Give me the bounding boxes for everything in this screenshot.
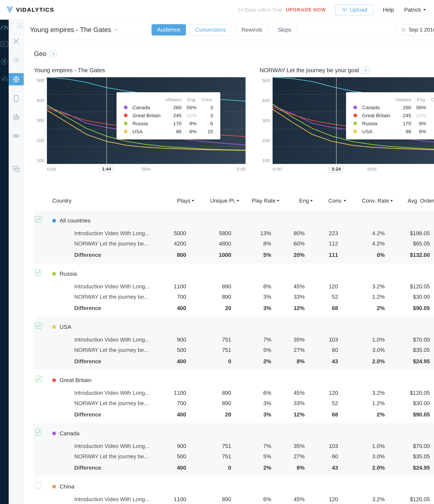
- table-cell: $70.00: [393, 443, 434, 449]
- upload-button[interactable]: Upload: [335, 5, 374, 15]
- table-cell: $70.00: [393, 337, 434, 343]
- page-close-chip[interactable]: ✕: [50, 51, 56, 57]
- tab-conversions-label: Conversions: [195, 27, 226, 33]
- col-unique[interactable]: Unique Pl.: [194, 198, 239, 204]
- row-label: Introduction Video With Long...: [52, 337, 156, 343]
- row-label: NORWAY Let the journey be...: [52, 241, 156, 247]
- tab-skips[interactable]: Skips: [272, 24, 297, 36]
- tab-rewinds[interactable]: Rewinds: [236, 24, 268, 36]
- svg-point-9: [14, 115, 19, 120]
- table-header-row: Country Plays Unique Pl. Play Rate Eng C…: [34, 193, 434, 210]
- playhead-cursor[interactable]: [336, 77, 337, 164]
- chart-area[interactable]: 500400300200100ViewersEng.Conv.Canada260…: [259, 77, 434, 164]
- page-body: Geo ✕ Young empires - The Gates500400300…: [24, 40, 434, 504]
- row-checkbox[interactable]: [35, 269, 42, 276]
- row-checkbox[interactable]: [35, 323, 42, 329]
- row-checkbox[interactable]: [35, 216, 42, 223]
- row-checkbox-cell: [34, 216, 52, 223]
- nav-videos-icon[interactable]: [0, 41, 8, 47]
- country-dot-icon: [52, 378, 56, 382]
- row-checkbox[interactable]: [35, 429, 42, 435]
- table-cell: 890: [194, 390, 239, 396]
- table-row: NORWAY Let the journey be...420048008%60…: [34, 238, 434, 249]
- table-cell: 3%: [239, 305, 279, 311]
- y-tick: 400: [262, 98, 270, 103]
- playhead-cursor[interactable]: [107, 77, 107, 164]
- col-country[interactable]: Country: [52, 198, 156, 204]
- nav-rail-primary: $: [0, 20, 9, 504]
- row-label: Introduction Video With Long...: [52, 230, 156, 236]
- sub-nav-compare-icon[interactable]: [11, 36, 22, 47]
- table-cell: 2%: [346, 411, 393, 418]
- nav-dashboard-icon[interactable]: [0, 24, 9, 30]
- collapse-rail-button[interactable]: [17, 23, 22, 28]
- table-row: NORWAY Let the journey be...5007515%27%6…: [34, 451, 434, 462]
- col-avgorder[interactable]: Avg. Order: [393, 198, 434, 204]
- sub-nav-geo-icon[interactable]: [9, 73, 24, 85]
- table-cell: 4.2%: [346, 241, 393, 247]
- table-cell: 80%: [279, 230, 313, 236]
- table-cell: 1.2%: [346, 294, 393, 300]
- y-tick: 300: [36, 118, 44, 123]
- table-cell: 45%: [279, 496, 313, 503]
- sub-nav-views-icon[interactable]: [11, 130, 22, 141]
- col-eng[interactable]: Eng: [279, 198, 313, 204]
- table-cell: $30.00: [393, 400, 434, 406]
- row-checkbox-cell: [34, 429, 52, 435]
- table-cell: 2.0%: [346, 465, 393, 471]
- table-row: NORWAY Let the journey be...5007515%27%6…: [34, 345, 434, 355]
- table-cell: 900: [156, 337, 194, 343]
- row-checkbox[interactable]: [35, 482, 42, 488]
- country-dot-icon: [52, 485, 56, 488]
- table-cell: 112: [313, 241, 346, 247]
- table-cell: 400: [156, 411, 194, 418]
- chart-area[interactable]: 500400300200100ViewersEng.Conv.Canada260…: [34, 77, 246, 164]
- col-conv[interactable]: Conv.: [313, 198, 346, 204]
- svg-point-17: [404, 30, 405, 31]
- nav-cloud-icon[interactable]: [0, 76, 9, 82]
- table-cell: 3.0%: [346, 347, 393, 353]
- charts-row: Young empires - The Gates500400300200100…: [34, 67, 434, 177]
- table-cell: 6%: [239, 496, 279, 503]
- table-cell: 6%: [239, 283, 279, 290]
- country-name: Russia: [60, 270, 77, 277]
- table-cell: 60: [313, 347, 346, 353]
- help-link[interactable]: Help: [383, 7, 394, 13]
- table-cell: 103: [313, 443, 346, 449]
- table-cell: 7%: [239, 443, 279, 449]
- table-cell: 35%: [279, 337, 313, 343]
- nav-monetize-icon[interactable]: $: [0, 58, 8, 66]
- geo-table: Country Plays Unique Pl. Play Rate Eng C…: [34, 193, 434, 504]
- y-tick: 500: [36, 78, 44, 83]
- sub-nav-device-icon[interactable]: [11, 93, 22, 104]
- row-label: Introduction Video With Long...: [52, 443, 156, 449]
- chart-close-button[interactable]: ✕: [362, 67, 369, 73]
- table-cell: 1.2%: [346, 400, 393, 406]
- col-playrate[interactable]: Play Rate: [239, 198, 279, 204]
- brand-logo[interactable]: VIDALYTICS: [6, 6, 54, 13]
- user-menu[interactable]: Patrick: [404, 7, 426, 13]
- table-cell: 1100: [156, 390, 194, 396]
- col-plays[interactable]: Plays: [156, 198, 194, 204]
- row-label: Difference: [52, 358, 156, 365]
- sub-nav-browser-icon[interactable]: [11, 112, 22, 123]
- sort-icon: [277, 200, 279, 202]
- table-cell: 52: [313, 294, 346, 300]
- sub-nav-embed-icon[interactable]: [11, 163, 22, 174]
- video-selector[interactable]: Young empires - The Gates: [30, 26, 118, 34]
- row-checkbox[interactable]: [35, 376, 42, 382]
- table-cell: 120: [313, 390, 346, 396]
- tab-conversions[interactable]: Conversions: [190, 24, 232, 36]
- col-convrate[interactable]: Conv. Rate: [346, 198, 393, 204]
- date-range-picker[interactable]: Sep 1 2016 — Oct 10 2016: [396, 24, 434, 35]
- table-cell: 500: [156, 453, 194, 460]
- plot-surface[interactable]: ViewersEng.Conv.Canada26056%3Great Brita…: [273, 77, 434, 164]
- upgrade-link[interactable]: UPGRADE NOW: [286, 7, 326, 12]
- table-cell: 400: [156, 465, 194, 471]
- plot-surface[interactable]: ViewersEng.Conv.Canada26056%3Great Brita…: [47, 77, 246, 164]
- row-label: Difference: [52, 252, 156, 258]
- tab-audience[interactable]: Audience: [152, 24, 186, 36]
- chart-title: Young empires - The Gates: [34, 67, 105, 73]
- table-row: Introduction Video With Long...500058001…: [34, 228, 434, 238]
- sub-nav-revenue-icon[interactable]: $: [11, 54, 22, 65]
